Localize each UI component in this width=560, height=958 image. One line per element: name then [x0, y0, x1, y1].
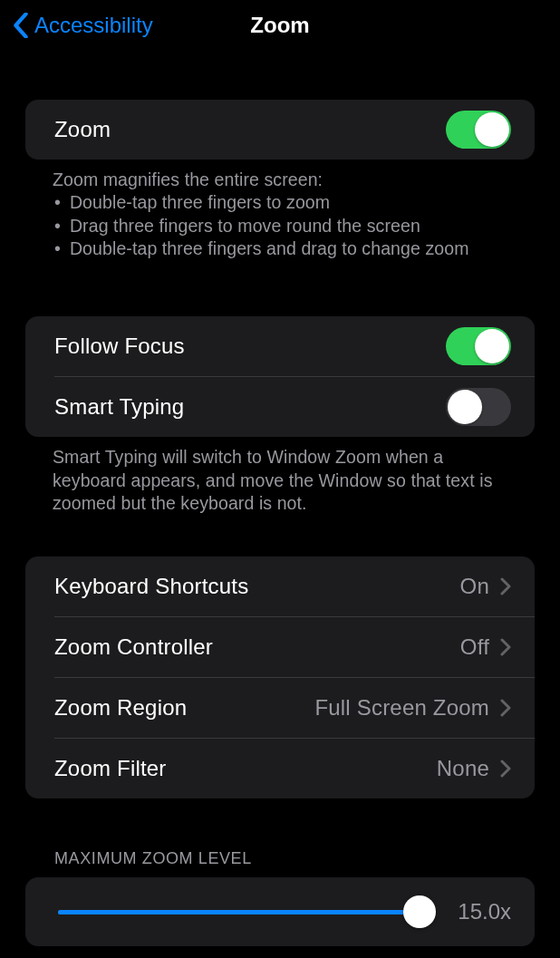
page-title: Zoom: [250, 13, 309, 38]
row-zoom-region[interactable]: Zoom Region Full Screen Zoom: [25, 678, 535, 738]
chevron-right-icon: [500, 577, 511, 595]
smart-typing-footer: Smart Typing will switch to Window Zoom …: [25, 437, 535, 515]
zoom-footer-bullet: Double-tap three fingers and drag to cha…: [53, 237, 507, 260]
row-zoom-controller[interactable]: Zoom Controller Off: [25, 617, 535, 677]
group-focus-typing: Follow Focus Smart Typing: [25, 316, 535, 437]
follow-focus-toggle[interactable]: [446, 327, 511, 365]
slider-header: MAXIMUM ZOOM LEVEL: [25, 798, 535, 877]
group-slider: 15.0x: [25, 877, 535, 946]
group-zoom: Zoom: [25, 100, 535, 160]
chevron-right-icon: [500, 699, 511, 717]
row-zoom-filter[interactable]: Zoom Filter None: [25, 739, 535, 798]
zoom-label: Zoom: [54, 117, 111, 142]
zoom-footer: Zoom magnifies the entire screen: Double…: [25, 160, 535, 260]
zoom-toggle[interactable]: [446, 111, 511, 149]
chevron-right-icon: [500, 760, 511, 778]
chevron-right-icon: [500, 638, 511, 656]
back-button[interactable]: Accessibility: [13, 13, 153, 38]
zoom-footer-intro: Zoom magnifies the entire screen:: [53, 169, 507, 191]
row-zoom[interactable]: Zoom: [25, 100, 535, 160]
slider-fill: [58, 910, 420, 914]
zoom-filter-label: Zoom Filter: [54, 756, 167, 781]
zoom-footer-bullet: Double-tap three fingers to zoom: [53, 191, 507, 214]
chevron-left-icon: [13, 13, 29, 38]
zoom-level-slider[interactable]: [58, 910, 435, 914]
row-follow-focus[interactable]: Follow Focus: [25, 316, 535, 376]
group-options: Keyboard Shortcuts On Zoom Controller Of…: [25, 556, 535, 798]
zoom-controller-label: Zoom Controller: [54, 634, 213, 660]
smart-typing-label: Smart Typing: [54, 394, 184, 420]
zoom-controller-value: Off: [460, 634, 489, 660]
smart-typing-toggle[interactable]: [446, 388, 511, 426]
zoom-footer-bullet: Drag three fingers to move round the scr…: [53, 215, 507, 237]
keyboard-shortcuts-label: Keyboard Shortcuts: [54, 574, 248, 599]
zoom-filter-value: None: [437, 756, 489, 781]
follow-focus-label: Follow Focus: [54, 334, 185, 359]
slider-thumb[interactable]: [403, 895, 436, 928]
row-keyboard-shortcuts[interactable]: Keyboard Shortcuts On: [25, 556, 535, 616]
zoom-region-value: Full Screen Zoom: [314, 695, 489, 721]
zoom-region-label: Zoom Region: [54, 695, 187, 721]
back-label: Accessibility: [34, 13, 153, 38]
slider-value: 15.0x: [453, 899, 511, 924]
row-smart-typing[interactable]: Smart Typing: [25, 377, 535, 437]
keyboard-shortcuts-value: On: [460, 574, 489, 599]
nav-bar: Accessibility Zoom: [0, 0, 560, 51]
